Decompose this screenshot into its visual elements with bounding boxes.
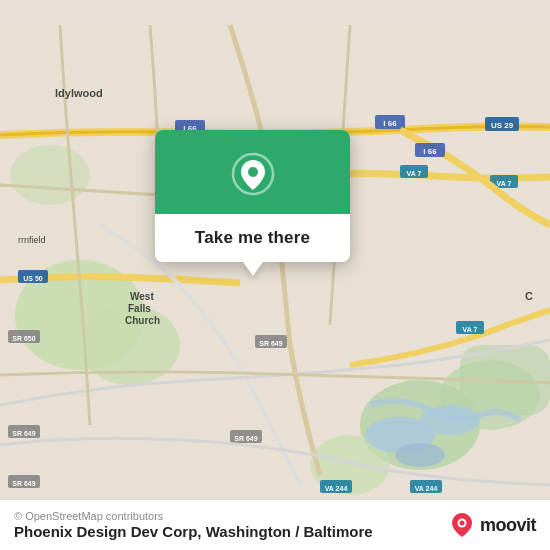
location-name: Phoenix Design Dev Corp, Washington / Ba… [14,523,373,540]
svg-text:SR 650: SR 650 [12,335,35,342]
moovit-brand-text: moovit [480,515,536,536]
popup-header [155,130,350,214]
popup-card: Take me there [155,130,350,262]
svg-text:SR 649: SR 649 [234,435,257,442]
svg-text:US 29: US 29 [491,121,514,130]
svg-text:I 66: I 66 [423,147,437,156]
svg-text:VA 7: VA 7 [463,326,478,333]
map-background: I 66 I 66 US 29 VA 7 VA 7 VA 7 US 50 SR … [0,0,550,550]
svg-text:VA 7: VA 7 [497,180,512,187]
svg-text:West: West [130,291,154,302]
location-pin-icon [231,152,275,196]
take-me-there-button[interactable]: Take me there [195,228,310,248]
popup-tail [243,262,263,276]
svg-text:C: C [525,290,533,302]
svg-point-48 [248,167,258,177]
svg-text:rrnfield: rrnfield [18,235,46,245]
svg-text:SR 649: SR 649 [12,430,35,437]
svg-text:VA 244: VA 244 [415,485,438,492]
osm-attribution: © OpenStreetMap contributors [14,510,373,522]
svg-text:Falls: Falls [128,303,151,314]
popup-body: Take me there [155,214,350,262]
svg-point-10 [395,443,445,467]
svg-point-6 [10,145,90,205]
svg-text:SR 649: SR 649 [259,340,282,347]
svg-text:Church: Church [125,315,160,326]
moovit-pin-icon [448,511,476,539]
moovit-logo: moovit [448,511,536,539]
svg-text:I 66: I 66 [383,119,397,128]
map-container: I 66 I 66 US 29 VA 7 VA 7 VA 7 US 50 SR … [0,0,550,550]
svg-text:US 50: US 50 [23,275,43,282]
svg-text:Idylwood: Idylwood [55,87,103,99]
bottom-bar: © OpenStreetMap contributors Phoenix Des… [0,499,550,550]
svg-text:VA 7: VA 7 [407,170,422,177]
svg-text:VA 244: VA 244 [325,485,348,492]
svg-text:SR 649: SR 649 [12,480,35,487]
svg-point-50 [459,521,464,526]
bottom-left: © OpenStreetMap contributors Phoenix Des… [14,510,373,540]
